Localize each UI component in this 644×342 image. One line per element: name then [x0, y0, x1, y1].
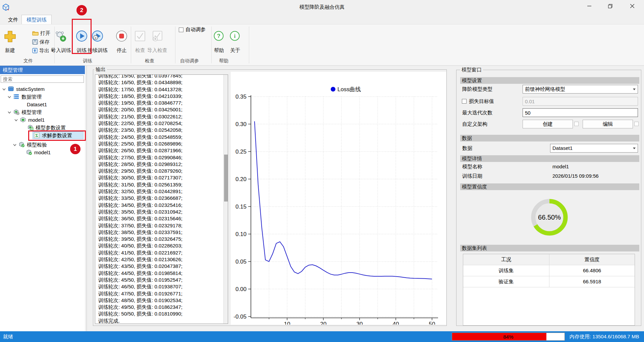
- svg-text:10: 10: [284, 321, 290, 325]
- table-row[interactable]: 验证集66.5918: [463, 276, 635, 287]
- log-line: 训练轮次: 45/50, 损失值: 0.01952547;: [95, 277, 223, 283]
- stop-button[interactable]: [116, 30, 127, 43]
- log-line: 训练轮次: 19/50, 损失值: 0.03846777;: [95, 100, 223, 106]
- log-line: 训练轮次: 26/50, 损失值: 0.02871966;: [95, 147, 223, 154]
- loss-target-input[interactable]: [523, 97, 638, 106]
- train-button-label[interactable]: 训练: [76, 47, 88, 54]
- new-button[interactable]: [3, 30, 17, 45]
- status-ready-text: 就绪: [3, 334, 13, 340]
- import-train-label[interactable]: 导入训练: [50, 47, 72, 54]
- training-date-value: 2026/01/15 09:09:56: [552, 172, 599, 180]
- annotation-badge-1: 1: [70, 144, 80, 154]
- tree-item-model-param-settings[interactable]: 模型参数设置: [0, 124, 85, 131]
- create-button[interactable]: 创建: [523, 120, 573, 128]
- combo-arrow-icon: [633, 89, 636, 90]
- loss-series-line: [255, 121, 432, 279]
- continue-train-label[interactable]: 接续训练: [87, 47, 109, 54]
- close-button[interactable]: [623, 0, 642, 12]
- check-button-label[interactable]: 检查: [135, 47, 146, 54]
- about-button-label[interactable]: 关于: [230, 47, 240, 54]
- log-line: 训练轮次: 48/50, 损失值: 0.01902534;: [95, 297, 223, 304]
- log-line: 训练轮次: 38/50, 损失值: 0.02337591;: [95, 229, 223, 236]
- search-input[interactable]: [1, 75, 84, 83]
- svg-text:30: 30: [357, 321, 363, 325]
- log-line: 训练轮次: 46/50, 损失值: 0.01938707;: [95, 283, 223, 290]
- confidence-gauge: 66.50%: [527, 195, 572, 239]
- chevron-down-icon[interactable]: [2, 87, 6, 91]
- tab-file[interactable]: 文件: [3, 15, 23, 24]
- tree-item-dataset1[interactable]: Dataset1: [0, 101, 85, 108]
- log-line: 训练轮次: 31/50, 损失值: 0.02561359;: [95, 181, 223, 188]
- log-scrollbar-thumb[interactable]: [224, 155, 228, 202]
- section-header-confidence: 模型置信度: [460, 183, 639, 190]
- log-line: 训练轮次: 25/50, 损失值: 0.02689896;: [95, 140, 223, 147]
- auto-tune-checkbox[interactable]: [179, 27, 183, 32]
- table-header-cell: 置信度: [549, 254, 635, 265]
- svg-text:-0.05: -0.05: [233, 314, 247, 320]
- svg-text:0.25: 0.25: [235, 149, 247, 155]
- chevron-down-icon[interactable]: [7, 95, 11, 99]
- ribbon-separator: [249, 26, 249, 63]
- log-scrollbar[interactable]: [223, 75, 228, 324]
- edit-button[interactable]: 编辑: [583, 120, 633, 128]
- tab-model-training[interactable]: 模型训练: [21, 15, 52, 24]
- about-button[interactable]: i: [229, 31, 240, 43]
- continue-train-button[interactable]: x: [92, 30, 103, 43]
- section-header-model-details: 模型详情: [460, 155, 639, 162]
- dataset-combobox[interactable]: Dataset1: [550, 144, 638, 153]
- chevron-down-icon[interactable]: [14, 118, 18, 122]
- tree-item-data-management[interactable]: 数据管理: [0, 93, 85, 101]
- save-button[interactable]: 保存: [32, 38, 50, 46]
- svg-text:40: 40: [393, 321, 399, 325]
- log-line: 训练轮次: 39/50, 损失值: 0.02326475;: [95, 236, 223, 242]
- help-button[interactable]: ?: [213, 31, 224, 43]
- chevron-down-icon[interactable]: [13, 143, 17, 147]
- train-play-icon: [76, 30, 88, 42]
- log-line: 训练轮次: 22/50, 损失值: 0.02708254;: [95, 120, 223, 127]
- max-iterations-input[interactable]: [523, 108, 638, 117]
- memory-usage-text: 内存使用: 13504.6/16068.7 MB: [570, 334, 639, 340]
- new-button-label[interactable]: 新建: [3, 47, 17, 54]
- ribbon-toolbar: 新建 打开 保存 导出 文件: [0, 24, 644, 66]
- training-log-area[interactable]: 训练轮次: 15/50, 损失值: 0.03977845;训练轮次: 16/50…: [95, 74, 228, 324]
- create-dropdown-square[interactable]: [574, 122, 579, 126]
- check-button[interactable]: [135, 31, 146, 43]
- chevron-down-icon[interactable]: [7, 110, 11, 114]
- panel-splitter[interactable]: [87, 66, 87, 331]
- table-header-row: 工况置信度: [463, 254, 635, 265]
- open-button-label: 打开: [40, 30, 50, 37]
- log-line: 训练轮次: 32/50, 损失值: 0.02442891;: [95, 188, 223, 195]
- import-check-button[interactable]: [152, 31, 163, 43]
- group-label-train: 训练: [66, 58, 109, 65]
- tree-item-model1[interactable]: model1: [0, 116, 85, 124]
- log-line: 训练轮次: 29/50, 损失值: 0.02879260;: [95, 168, 223, 174]
- legend-marker: [331, 87, 335, 92]
- auto-tune-checkbox-row[interactable]: 自动调参: [179, 26, 206, 33]
- sigma-icon: Σ: [34, 132, 40, 138]
- log-line: 训练轮次: 49/50, 损失值: 0.01862347;: [95, 304, 223, 310]
- tree-item-solver-param-settings[interactable]: Σ 求解参数设置: [0, 131, 85, 139]
- log-line: 训练轮次: 47/50, 损失值: 0.01926771;: [95, 290, 223, 297]
- sidebar-header: 模型管理: [0, 66, 85, 74]
- tree-item-model-management[interactable]: 模型管理: [0, 108, 85, 116]
- tree-item-staticsystem[interactable]: staticSystem: [0, 85, 85, 93]
- model-type-combobox[interactable]: 前馈神经网络模型: [523, 85, 638, 94]
- edit-dropdown-square[interactable]: [634, 122, 639, 126]
- help-button-label[interactable]: 帮助: [214, 47, 224, 54]
- train-button[interactable]: [76, 30, 88, 43]
- stop-button-label[interactable]: 停止: [116, 47, 127, 54]
- maximize-button[interactable]: [600, 0, 620, 12]
- model-check-icon: [19, 142, 25, 148]
- confidence-value: 66.50%: [538, 214, 561, 221]
- loss-target-checkbox[interactable]: [462, 99, 467, 105]
- svg-text:0.20: 0.20: [235, 176, 247, 182]
- table-row[interactable]: 训练集66.4806: [463, 265, 635, 276]
- import-check-label[interactable]: 导入检查: [147, 47, 168, 54]
- table-cell: 66.5918: [549, 276, 635, 287]
- table-cell: 验证集: [463, 276, 549, 287]
- section-header-data: 数据: [460, 135, 639, 141]
- minimize-button[interactable]: [580, 0, 599, 12]
- log-line: 训练轮次: 44/50, 损失值: 0.01985814;: [95, 270, 223, 277]
- import-train-button[interactable]: [56, 31, 67, 43]
- open-button[interactable]: 打开: [32, 29, 50, 37]
